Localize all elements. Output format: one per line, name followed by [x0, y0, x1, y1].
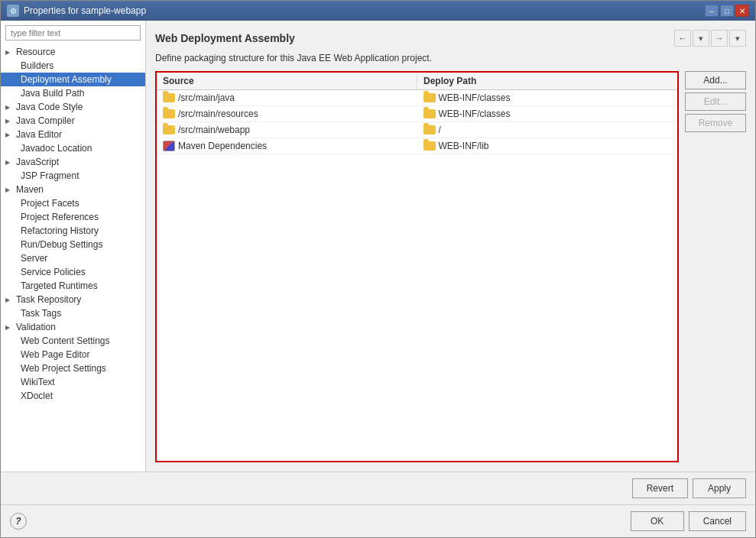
sidebar-item-project-facets[interactable]: Project Facets — [1, 196, 145, 210]
sidebar-item-server[interactable]: Server — [1, 251, 145, 265]
sidebar-item-label-xdoclet: XDoclet — [21, 391, 53, 401]
content-area: ▶ResourceBuildersDeployment AssemblyJava… — [1, 21, 755, 472]
expand-arrow-java-code-style: ▶ — [5, 104, 13, 111]
title-bar: ⚙ Properties for sample-webapp – □ ✕ — [1, 1, 755, 21]
source-cell: Maven Dependencies — [157, 138, 417, 154]
sidebar-item-java-editor[interactable]: ▶Java Editor — [1, 128, 145, 141]
source-text: /src/main/java — [178, 92, 235, 103]
source-text: /src/main/resources — [178, 109, 258, 119]
expand-arrow-javascript: ▶ — [5, 159, 13, 166]
sidebar-item-resource[interactable]: ▶Resource — [1, 45, 145, 59]
col-header-deploy: Deploy Path — [417, 73, 677, 89]
maximize-button[interactable]: □ — [720, 5, 734, 17]
sidebar-item-web-content-settings[interactable]: Web Content Settings — [1, 334, 145, 348]
sidebar-item-label-java-code-style: Java Code Style — [16, 102, 83, 112]
sidebar-item-validation[interactable]: ▶Validation — [1, 320, 145, 334]
sidebar-item-label-task-repository: Task Repository — [16, 294, 81, 305]
sidebar-item-task-tags[interactable]: Task Tags — [1, 306, 145, 320]
revert-apply-bar: Revert Apply — [1, 472, 755, 504]
sidebar-item-xdoclet[interactable]: XDoclet — [1, 389, 145, 403]
cancel-button[interactable]: Cancel — [689, 511, 746, 531]
revert-apply-buttons: Revert Apply — [632, 478, 746, 498]
minimize-button[interactable]: – — [705, 5, 719, 17]
sidebar-item-label-javadoc-location: Javadoc Location — [21, 143, 92, 154]
add-button[interactable]: Add... — [685, 71, 746, 89]
assembly-container: Source Deploy Path /src/main/javaWEB-INF… — [155, 71, 746, 462]
sidebar-item-label-targeted-runtimes: Targeted Runtimes — [21, 280, 98, 291]
sidebar-item-targeted-runtimes[interactable]: Targeted Runtimes — [1, 279, 145, 293]
source-cell: /src/main/resources — [157, 106, 417, 122]
sidebar-item-label-jsp-fragment: JSP Fragment — [21, 170, 79, 181]
edit-button[interactable]: Edit... — [685, 92, 746, 111]
expand-arrow-java-editor: ▶ — [5, 131, 13, 138]
sidebar-item-java-build-path[interactable]: Java Build Path — [1, 86, 145, 100]
ok-button[interactable]: OK — [631, 511, 684, 531]
sidebar-item-java-compiler[interactable]: ▶Java Compiler — [1, 114, 145, 128]
sidebar-item-label-web-project-settings: Web Project Settings — [21, 363, 106, 374]
expand-arrow-task-repository: ▶ — [5, 297, 13, 303]
sidebar-item-maven[interactable]: ▶Maven — [1, 183, 145, 196]
nav-dropdown-button[interactable]: ▾ — [693, 30, 709, 47]
help-button[interactable]: ? — [10, 513, 27, 530]
sidebar-item-builders[interactable]: Builders — [1, 59, 145, 73]
sidebar-item-label-java-editor: Java Editor — [16, 129, 62, 140]
deploy-folder-icon — [423, 109, 436, 118]
revert-button[interactable]: Revert — [632, 478, 688, 498]
nav-forward-dropdown-button[interactable]: ▾ — [729, 30, 746, 47]
deploy-folder-icon — [423, 93, 436, 102]
nav-forward-button[interactable]: → — [711, 30, 728, 47]
filter-input[interactable] — [5, 25, 141, 41]
deploy-cell: WEB-INF/classes — [417, 90, 678, 105]
source-cell: /src/main/java — [157, 90, 417, 105]
sidebar-item-java-code-style[interactable]: ▶Java Code Style — [1, 100, 145, 114]
sidebar-item-label-validation: Validation — [16, 322, 56, 332]
dialog-icon: ⚙ — [7, 5, 19, 17]
nav-back-button[interactable]: ← — [674, 30, 691, 47]
sidebar-item-javascript[interactable]: ▶JavaScript — [1, 155, 145, 169]
nav-buttons: ← ▾ → ▾ — [674, 30, 746, 47]
expand-arrow-validation: ▶ — [5, 324, 13, 331]
sidebar-item-task-repository[interactable]: ▶Task Repository — [1, 293, 145, 306]
sidebar-item-label-javascript: JavaScript — [16, 157, 59, 167]
sidebar-item-web-project-settings[interactable]: Web Project Settings — [1, 361, 145, 375]
table-header: Source Deploy Path — [157, 73, 677, 90]
table-row[interactable]: /src/main/resourcesWEB-INF/classes — [157, 106, 677, 122]
sidebar: ▶ResourceBuildersDeployment AssemblyJava… — [1, 21, 146, 472]
table-row[interactable]: Maven DependenciesWEB-INF/lib — [157, 138, 677, 154]
deploy-text: / — [439, 125, 441, 135]
sidebar-item-run-debug-settings[interactable]: Run/Debug Settings — [1, 238, 145, 251]
sidebar-item-javadoc-location[interactable]: Javadoc Location — [1, 141, 145, 155]
close-button[interactable]: ✕ — [735, 5, 749, 17]
sidebar-item-service-policies[interactable]: Service Policies — [1, 265, 145, 279]
ok-cancel-buttons: OK Cancel — [631, 511, 746, 531]
sidebar-item-refactoring-history[interactable]: Refactoring History — [1, 224, 145, 238]
apply-button[interactable]: Apply — [693, 478, 746, 498]
table-row[interactable]: /src/main/webapp/ — [157, 122, 677, 138]
action-buttons: Add... Edit... Remove — [685, 71, 746, 462]
deploy-cell: / — [417, 122, 678, 138]
title-bar-controls: – □ ✕ — [705, 5, 749, 17]
remove-button[interactable]: Remove — [685, 114, 746, 132]
sidebar-item-label-refactoring-history: Refactoring History — [21, 225, 99, 236]
assembly-table: Source Deploy Path /src/main/javaWEB-INF… — [155, 71, 679, 462]
sidebar-item-web-page-editor[interactable]: Web Page Editor — [1, 348, 145, 361]
sidebar-item-label-project-facets: Project Facets — [21, 198, 79, 209]
dialog-bottom-bar: ? OK Cancel — [1, 504, 755, 537]
sidebar-item-label-maven: Maven — [16, 184, 44, 195]
table-body: /src/main/javaWEB-INF/classes/src/main/r… — [157, 90, 677, 461]
sidebar-item-deployment-assembly[interactable]: Deployment Assembly — [1, 73, 145, 86]
deploy-text: WEB-INF/lib — [439, 141, 489, 151]
folder-icon — [163, 109, 175, 118]
sidebar-item-project-references[interactable]: Project References — [1, 210, 145, 224]
col-header-source: Source — [157, 73, 417, 89]
folder-icon — [163, 125, 175, 134]
table-row[interactable]: /src/main/javaWEB-INF/classes — [157, 90, 677, 106]
deploy-text: WEB-INF/classes — [439, 109, 511, 119]
source-cell: /src/main/webapp — [157, 122, 417, 138]
sidebar-item-wikitext[interactable]: WikiText — [1, 375, 145, 389]
expand-arrow-java-compiler: ▶ — [5, 118, 13, 125]
sidebar-item-jsp-fragment[interactable]: JSP Fragment — [1, 169, 145, 183]
expand-arrow-maven: ▶ — [5, 186, 13, 193]
folder-icon — [163, 93, 175, 102]
sidebar-item-label-resource: Resource — [16, 47, 55, 57]
